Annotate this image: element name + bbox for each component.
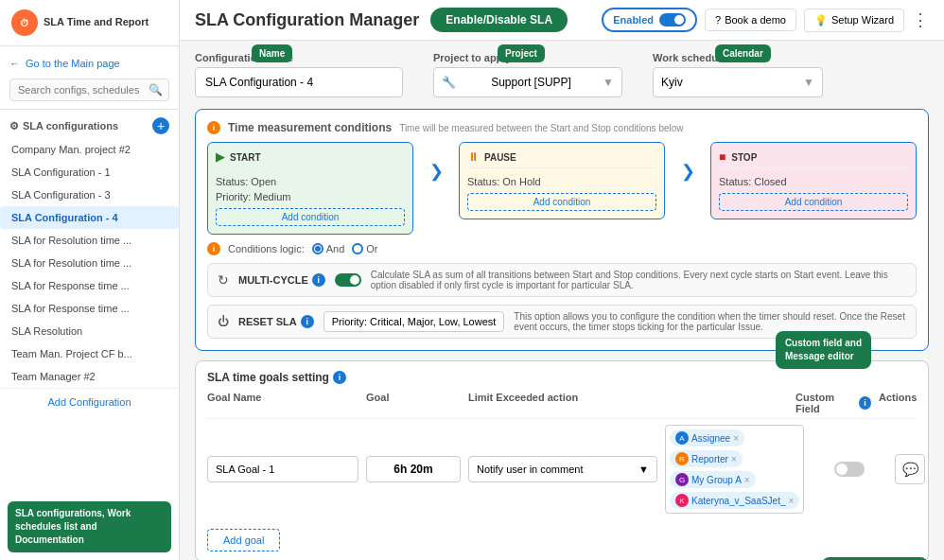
reset-sla-label: RESET SLA i (238, 315, 314, 328)
goals-table-header: Goal Name Goal Limit Exceeded action Cus… (207, 392, 917, 419)
reporter-avatar: R (675, 452, 689, 465)
sidebar-item-config-3[interactable]: SLA Configuration - 3 (0, 184, 179, 206)
logo-icon: ⏱ (11, 9, 38, 36)
reset-sla-info-icon: i (301, 315, 314, 328)
config-name-group: Configuration name (195, 52, 403, 97)
limit-action-select[interactable]: Notify user in comment ▼ (468, 456, 657, 482)
logic-and-radio[interactable] (312, 243, 323, 254)
page-title: SLA Configuration Manager (195, 10, 419, 30)
add-config-icon[interactable]: + (152, 117, 169, 134)
goal-name-input[interactable] (207, 456, 358, 482)
custom-field-toggle-cell (812, 462, 887, 477)
sidebar-item-response-1[interactable]: SLA for Response time ... (0, 274, 179, 297)
sidebar-item-resolution-1[interactable]: SLA for Resolution time ... (0, 229, 179, 252)
project-select[interactable]: 🔧 Support [SUPP] ▼ (433, 67, 622, 97)
search-box[interactable]: 🔍 (9, 79, 169, 101)
kateryna-tag: K Kateryna_v_SaaSJet_ × (670, 492, 799, 509)
assignees-area[interactable]: A Assignee × R Reporter × G My Group A × (665, 425, 804, 514)
pause-condition-col: ⏸ PAUSE Status: On Hold Add condition (459, 142, 665, 219)
sidebar-item-resolution-2[interactable]: SLA for Resolution time ... (0, 252, 179, 274)
start-add-condition-button[interactable]: Add condition (216, 208, 405, 226)
logo-text: SLA Time and Report (44, 16, 149, 28)
assignee-remove[interactable]: × (733, 433, 739, 444)
stop-condition-1: Status: Closed (719, 174, 908, 189)
search-input[interactable] (18, 84, 149, 96)
main-content: SLA Configuration Manager Enable/Disable… (180, 0, 944, 560)
sidebar-nav: ← Go to the Main page 🔍 (0, 46, 179, 110)
config-area: Configuration name Name Project to apply… (180, 41, 944, 560)
top-bar-right: Enabled ? Book a demo 💡 Setup Wizard ⋮ (602, 8, 929, 32)
calendar-select[interactable]: Kyiv ▼ (653, 67, 823, 97)
reset-sla-desc: This option allows you to configure the … (514, 311, 906, 332)
project-annotation: Project (498, 44, 545, 62)
conditions-logic-row: i Conditions logic: And Or (207, 242, 917, 255)
toggle-switch[interactable] (659, 13, 686, 26)
stop-header: ■ STOP (719, 150, 908, 168)
time-measurement-header: i Time measurement conditions Time will … (207, 121, 917, 134)
logo-area: ⏱ SLA Time and Report (0, 0, 179, 46)
multi-cycle-toggle[interactable] (335, 273, 361, 287)
multi-cycle-info-icon: i (312, 273, 325, 287)
sla-configs-section-header: ⚙ SLA configurations + (0, 110, 179, 138)
time-measurement-info: Time will be measured between the Start … (399, 123, 683, 133)
start-condition-2: Priority: Medium (216, 189, 405, 204)
add-config-link[interactable]: Add Configuration (0, 388, 179, 415)
sidebar-item-sla-resolution[interactable]: SLA Resolution (0, 320, 179, 342)
arrow-left-icon: ← (9, 58, 20, 69)
logic-and-option[interactable]: And (312, 243, 345, 254)
goal-time-display: 6h 20m (366, 456, 461, 482)
sidebar-item-team-man-cf[interactable]: Team Man. Project CF b... (0, 342, 179, 365)
mygroup-tag: G My Group A × (670, 471, 756, 488)
top-bar-left: SLA Configuration Manager Enable/Disable… (195, 8, 568, 32)
goals-info-icon: i (333, 371, 346, 384)
more-options-button[interactable]: ⋮ (912, 9, 929, 30)
goto-main-button[interactable]: ← Go to the Main page (9, 54, 169, 73)
setup-wizard-button[interactable]: 💡 Setup Wizard (804, 9, 904, 32)
calendar-annotation: Calendar (715, 44, 771, 62)
logic-or-option[interactable]: Or (352, 243, 377, 254)
pause-condition-1: Status: On Hold (467, 174, 656, 189)
add-goal-row: Add goal (207, 521, 917, 551)
power-icon: ⏻ (218, 315, 229, 328)
custom-field-toggle[interactable] (834, 462, 865, 477)
mygroup-remove[interactable]: × (744, 475, 750, 485)
sidebar-item-company-man[interactable]: Company Man. project #2 (0, 138, 179, 161)
stop-add-condition-button[interactable]: Add condition (719, 193, 908, 211)
config-name-label: Configuration name (195, 52, 403, 63)
multi-cycle-row: ↻ MULTI-CYCLE i Calculate SLA as sum of … (207, 263, 917, 297)
sidebar-item-config-1[interactable]: SLA Configuration - 1 (0, 161, 179, 184)
config-fields-row: Configuration name Name Project to apply… (195, 52, 929, 97)
stop-icon: ■ (719, 150, 725, 164)
filter-icon: ⚙ (9, 120, 19, 132)
time-measurement-title: Time measurement conditions (228, 121, 392, 134)
custom-field-tooltip-container: Custom field and Message editor (776, 331, 871, 369)
assignee-avatar: A (675, 431, 689, 445)
table-row: 6h 20m Notify user in comment ▼ A Assign… (207, 425, 917, 514)
add-goal-button[interactable]: Add goal (207, 529, 280, 551)
enabled-toggle[interactable]: Enabled (602, 8, 697, 32)
assignee-tag: A Assignee × (670, 429, 744, 446)
kateryna-remove[interactable]: × (789, 496, 795, 506)
info-icon-logic: i (207, 242, 220, 255)
section-label: ⚙ SLA configurations (9, 120, 118, 132)
message-editor-button[interactable]: 💬 (895, 454, 925, 484)
reporter-remove[interactable]: × (731, 454, 737, 464)
sidebar: ⏱ SLA Time and Report ← Go to the Main p… (0, 0, 180, 560)
action-buttons-cell: 💬 (895, 454, 933, 484)
time-measurement-card: i Time measurement conditions Time will … (195, 109, 929, 351)
top-bar: SLA Configuration Manager Enable/Disable… (180, 0, 944, 41)
logic-or-radio[interactable] (352, 243, 363, 254)
custom-field-tooltip: Custom field and Message editor (776, 331, 871, 369)
book-demo-button[interactable]: ? Book a demo (705, 9, 796, 31)
conditions-row: ▶ START Status: Open Priority: Medium Ad… (207, 142, 917, 235)
col-actions: Actions (879, 392, 917, 414)
sidebar-item-response-2[interactable]: SLA for Response time ... (0, 297, 179, 320)
sidebar-tooltip: SLA configurations, Work schedules list … (8, 501, 171, 552)
sidebar-item-team-manager-2[interactable]: Team Manager #2 (0, 365, 179, 388)
config-name-input[interactable] (195, 67, 403, 97)
enable-disable-button[interactable]: Enable/Disable SLA (430, 8, 568, 32)
pause-header: ⏸ PAUSE (467, 150, 656, 168)
col-assignees (665, 392, 788, 414)
sidebar-item-config-4[interactable]: SLA Configuration - 4 (0, 206, 179, 229)
pause-add-condition-button[interactable]: Add condition (467, 193, 656, 211)
